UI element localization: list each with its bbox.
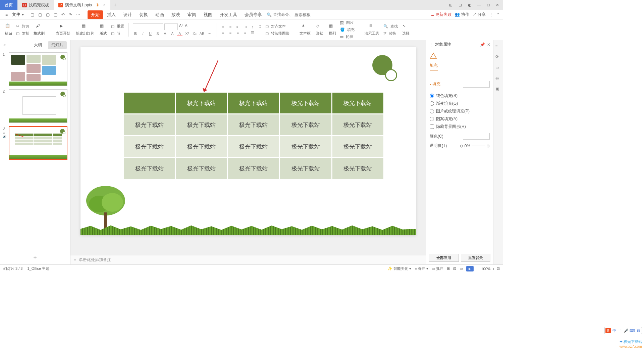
close-window-icon[interactable]: ✕ xyxy=(494,1,500,9)
file-menu[interactable]: ≡ 文件▾ xyxy=(3,12,26,17)
tab-member[interactable]: 会员专享 xyxy=(241,10,265,19)
collab-button[interactable]: 👥 协作 xyxy=(455,12,469,17)
subscript-button[interactable]: X₂ xyxy=(192,32,197,36)
qat-new-icon[interactable]: ▢ xyxy=(38,12,43,18)
font-color-button[interactable]: A xyxy=(177,32,182,36)
numbering-icon[interactable]: ≡ xyxy=(228,25,233,29)
strike-button[interactable]: S xyxy=(155,32,160,36)
slide-table[interactable]: 极光下载站 极光下载站 极光下载站 极光下载站 极光下载站 极光下载站 极光下载… xyxy=(123,92,384,180)
qat-undo-icon[interactable]: ↶ xyxy=(61,12,65,18)
slides-tab[interactable]: 幻灯片 xyxy=(48,41,67,49)
table-cell[interactable]: 极光下载站 xyxy=(280,136,332,158)
tab-transition[interactable]: 切换 xyxy=(136,10,151,19)
table-cell[interactable]: 极光下载站 xyxy=(175,158,227,180)
textbox-button[interactable]: 𝐀文本框 xyxy=(298,21,312,39)
fill-tab[interactable]: 填充 xyxy=(430,63,438,70)
qat-open-icon[interactable]: ▢ xyxy=(30,12,35,18)
table-header-cell[interactable]: 极光下载站 xyxy=(280,92,332,114)
panel-menu-icon[interactable]: ⋮ xyxy=(429,42,433,47)
paste-button[interactable]: 📋粘贴 xyxy=(3,21,13,39)
align-left-icon[interactable]: ≡ xyxy=(220,31,226,35)
bullets-icon[interactable]: ≡ xyxy=(220,25,226,29)
menu-collapse-icon[interactable]: ⌃ xyxy=(496,12,500,17)
gradient-fill-option[interactable]: 渐变填充(G) xyxy=(430,101,490,106)
reset-button[interactable]: ▢ 重置 xyxy=(111,23,124,29)
zoom-fit-icon[interactable]: ⊡ xyxy=(497,266,500,271)
panel-collapse-icon[interactable]: « xyxy=(3,43,6,47)
table-cell[interactable]: 极光下载站 xyxy=(123,114,175,136)
color-select[interactable] xyxy=(463,133,490,140)
italic-button[interactable]: I xyxy=(140,32,146,36)
apply-all-button[interactable]: 全部应用 xyxy=(429,254,459,262)
table-cell[interactable]: 极光下载站 xyxy=(175,136,227,158)
format-painter-button[interactable]: 🖌格式刷 xyxy=(32,21,46,39)
trans-inc-icon[interactable]: ⊕ xyxy=(486,144,490,148)
tab-view[interactable]: 视图 xyxy=(200,10,216,19)
align-center-icon[interactable]: ≡ xyxy=(228,31,233,35)
picture-fill-option[interactable]: 图片或纹理填充(P) xyxy=(430,108,490,114)
tab-design[interactable]: 设计 xyxy=(120,10,135,19)
fill-button[interactable]: 🪣 填充 xyxy=(340,27,355,33)
find-button[interactable]: 🔍 查找 xyxy=(383,23,398,29)
table-cell[interactable]: 极光下载站 xyxy=(280,114,332,136)
align-justify-icon[interactable]: ≡ xyxy=(243,31,248,35)
maximize-icon[interactable]: □ xyxy=(486,1,491,9)
tab-review[interactable]: 审阅 xyxy=(184,10,200,19)
tab-home[interactable]: 首页 xyxy=(0,0,17,10)
rail-reload-icon[interactable]: ⟳ xyxy=(495,54,501,60)
shape-tab-icon[interactable] xyxy=(430,52,437,60)
layout-button[interactable]: ▦版式 xyxy=(98,21,108,39)
menu-more-icon[interactable]: ⋮ xyxy=(489,12,493,17)
indent-inc-icon[interactable]: ⇥ xyxy=(243,25,248,29)
apps-icon[interactable]: ⊡ xyxy=(457,1,463,9)
beautify-button[interactable]: ✨ 智能美化 ▾ xyxy=(388,266,411,271)
reset-bg-button[interactable]: 重置背景 xyxy=(461,254,491,262)
hide-bg-option[interactable]: 隐藏背景图形(H) xyxy=(430,124,490,130)
qat-preview-icon[interactable]: ▢ xyxy=(53,12,58,18)
font-size-input[interactable] xyxy=(164,23,178,30)
solid-fill-option[interactable]: 纯色填充(S) xyxy=(430,93,490,99)
zoom-out-icon[interactable]: − xyxy=(477,267,479,271)
qat-more-icon[interactable]: ⋯ xyxy=(75,12,81,18)
view-sorter-icon[interactable]: ⊡ xyxy=(453,266,456,271)
zoom-in-icon[interactable]: + xyxy=(493,267,495,271)
tab-templates[interactable]: D 找稻壳模板 xyxy=(17,0,54,10)
slideshow-button[interactable]: ▶ xyxy=(466,266,474,271)
slide-thumb-1[interactable]: 1 xyxy=(3,52,67,86)
table-cell[interactable]: 极光下载站 xyxy=(175,114,227,136)
shape-button[interactable]: ◇形状 xyxy=(315,21,325,39)
table-cell[interactable]: 极光下载站 xyxy=(227,136,279,158)
distribute-icon[interactable]: ☰ xyxy=(250,31,255,35)
qat-redo-icon[interactable]: ↷ xyxy=(68,12,73,18)
tools-button[interactable]: 🖥演示工具 xyxy=(363,21,381,39)
superscript-button[interactable]: X² xyxy=(184,32,190,36)
notes-toggle[interactable]: ≡ 备注 ▾ xyxy=(415,266,428,271)
notes-pane[interactable]: ≡ 单击此处添加备注 xyxy=(70,255,426,264)
slide-thumb-2[interactable]: 2 xyxy=(3,89,67,123)
add-slide-button[interactable]: + xyxy=(0,251,70,264)
outline-button[interactable]: ▭ 轮廓 xyxy=(340,34,355,40)
format-more-icon[interactable]: ⋯ xyxy=(207,32,212,36)
copy-button[interactable]: ▢ 复制 xyxy=(16,31,30,36)
indent-dec-icon[interactable]: ⇤ xyxy=(235,25,240,29)
tab-insert[interactable]: 插入 xyxy=(104,10,119,19)
layout-icon[interactable]: ⊞ xyxy=(448,1,454,9)
rail-template-icon[interactable]: ▭ xyxy=(495,65,501,71)
table-cell[interactable]: 极光下载站 xyxy=(227,114,279,136)
highlight-button[interactable]: A xyxy=(170,32,175,36)
cut-button[interactable]: ✂ 剪切 xyxy=(16,23,30,29)
slide-canvas[interactable]: 极光下载站 极光下载站 极光下载站 极光下载站 极光下载站 极光下载站 极光下载… xyxy=(80,47,416,235)
search-input[interactable] xyxy=(294,12,321,17)
table-header-cell[interactable]: 极光下载站 xyxy=(227,92,279,114)
update-failed[interactable]: ☁更新失败 xyxy=(430,12,451,17)
rail-grid-icon[interactable]: ▣ xyxy=(495,87,501,93)
minimize-icon[interactable]: — xyxy=(476,1,483,9)
table-header-cell[interactable]: 极光下载站 xyxy=(175,92,227,114)
tab-animation[interactable]: 动画 xyxy=(152,10,167,19)
trans-dec-icon[interactable]: ⊖ xyxy=(460,144,463,148)
table-cell[interactable]: 极光下载站 xyxy=(123,158,175,180)
panel-close-icon[interactable]: ✕ xyxy=(487,42,490,47)
table-cell[interactable]: 极光下载站 xyxy=(227,158,279,180)
fill-preset-select[interactable] xyxy=(463,81,490,88)
table-cell[interactable]: 极光下载站 xyxy=(332,136,384,158)
